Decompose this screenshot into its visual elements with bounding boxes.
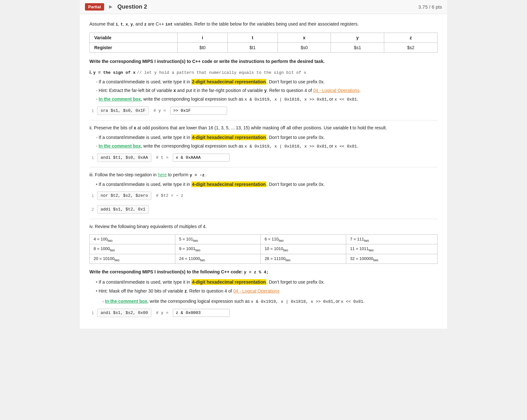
line-num-iv-1: 1: [89, 310, 94, 315]
link-logical-ops-i[interactable]: 04 - Logical Operations: [313, 88, 359, 93]
part-iv-example: x & 0x1919, x | 0x1818, x >> 0x81,: [251, 299, 336, 304]
int-keyword: int: [165, 22, 173, 27]
binary-cell-20: 20 = 10100two: [90, 254, 175, 264]
part-i-label: i. y = the sign of x // let y hold a pat…: [89, 69, 438, 76]
link-logical-ops-iv[interactable]: 04 - Logical Operations: [233, 288, 279, 294]
hash-ii-1: # t =: [156, 155, 168, 160]
in-comment-box-ii: In the comment box: [99, 143, 141, 149]
part-iv-sub-bullets: In the comment box, write the correspond…: [102, 298, 438, 305]
divider-iii: [89, 219, 438, 219]
col-i: i: [178, 33, 228, 42]
part-ii-example: x & 0x1919, x | 0x1818, x >> 0x81,: [245, 144, 329, 149]
part-i-code: y = the sign of x: [93, 70, 136, 75]
part-ii-label: ii. Preserve the bits of x at odd positi…: [89, 124, 438, 132]
cell-s2: $s2: [384, 42, 438, 52]
instruction-ii-1: andi $t1, $s0, 0xAA: [97, 153, 151, 162]
var-t: t: [120, 22, 123, 27]
binary-row-3: 20 = 10100two 24 = 11000two 28 = 11100tw…: [90, 254, 438, 264]
col-variable: Variable: [90, 33, 178, 42]
part-i-example2: x << 0x81: [334, 97, 357, 102]
instruction-iii-2: addi $s1, $t2, 0x1: [97, 205, 149, 214]
part-i-bullet-1: If a constant/immediate is used, write t…: [96, 78, 438, 85]
part-i-bullets: If a constant/immediate is used, write t…: [96, 78, 438, 103]
binary-cell-7: 7 = 111two: [346, 234, 438, 244]
binary-cell-8: 8 = 1000two: [90, 244, 175, 254]
instruction-iii-1: nor $t2, $s2, $zero: [97, 191, 151, 200]
write-instruction: Write the corresponding MIPS I instructi…: [89, 58, 438, 65]
table-row: Register $t0 $t1 $s0 $s1 $s2: [90, 42, 438, 52]
highlight-4digit-iii: 4-digit hexadecimal representation: [191, 181, 266, 187]
arrow-icon: ►: [108, 4, 114, 10]
comment-input-ii-1[interactable]: [173, 154, 230, 162]
col-x: x: [278, 33, 331, 42]
instruction-iv-1: andi $s1, $s2, 0x00: [97, 309, 151, 317]
var-z: z: [144, 22, 147, 27]
col-t: t: [227, 33, 278, 42]
line-num-iii-1: 1: [89, 193, 94, 198]
binary-cell-11: 11 = 1011two: [346, 244, 438, 254]
part-i-bullet-3: In the comment box, write the correspond…: [96, 95, 438, 103]
page-wrapper: Partial ► Question 2 3.75 / 6 pts Assume…: [80, 0, 447, 329]
part-iv-cpp-code: y = z % 4;: [244, 270, 269, 275]
in-comment-box-iv: In the comment box: [105, 299, 147, 304]
var-y: y: [130, 22, 133, 27]
binary-cell-28: 28 = 11100two: [261, 254, 346, 264]
part-iii-bullets: If a constant/immediate is used, write t…: [96, 181, 438, 188]
line-num-ii-1: 1: [89, 155, 94, 160]
divider-i: [89, 120, 438, 120]
question-title: Question 2: [118, 4, 147, 10]
part-iii-bullet-1: If a constant/immediate is used, write t…: [96, 181, 438, 188]
var-i: i: [116, 22, 118, 27]
highlight-4digit-iv: 4-digit hexadecimal representation: [191, 279, 266, 285]
part-i-example: x & 0x1919, x | 0x1818, x >> 0x81,: [245, 97, 329, 102]
part-iii-code-block-1: 1 nor $t2, $s2, $zero # $t2 = ~ z: [89, 191, 438, 200]
cell-register-label: Register: [90, 42, 178, 52]
binary-cell-9: 9 = 1001two: [175, 244, 261, 254]
divider-ii: [89, 167, 438, 167]
part-iii-code: y = -z: [190, 173, 205, 178]
part-iv-label: iv. Review the following binary equivale…: [89, 223, 438, 231]
part-i-bullet-2: Hint: Extract the far-left bit of variab…: [96, 87, 438, 94]
hash-i-1: # y =: [153, 108, 166, 113]
line-num-1: 1: [89, 108, 94, 113]
part-ii-example2: x << 0x81: [334, 144, 357, 149]
partial-badge: Partial: [85, 3, 104, 11]
binary-table: 4 = 100two 5 = 101two 6 = 110two 7 = 111…: [89, 234, 438, 264]
col-z: z: [384, 33, 438, 42]
highlight-4digit-ii: 4-digit hexadecimal representation: [191, 134, 266, 140]
line-num-iii-2: 2: [89, 207, 94, 212]
binary-cell-5: 5 = 101two: [175, 234, 261, 244]
part-iii-code-block-2: 2 addi $s1, $t2, 0x1: [89, 205, 438, 214]
cell-s1: $s1: [331, 42, 384, 52]
question-body: Assume that i, t, x, y, and z are C++ in…: [80, 14, 447, 329]
binary-cell-6: 6 = 110two: [261, 234, 346, 244]
hash-iii-1: # $t2 = ~ z: [156, 193, 183, 198]
binary-cell-10: 10 = 1010two: [261, 244, 346, 254]
part-iv-bullet-1: If a constant/immediate is used, write t…: [96, 279, 438, 286]
part-iv-write-label: Write the corresponding MIPS I instructi…: [89, 268, 438, 276]
part-iv-bullet-2: Hint: Mask off the higher 30 bits of var…: [96, 287, 438, 294]
part-ii-bullets: If a constant/immediate is used, write t…: [96, 134, 438, 150]
comment-input-i-1[interactable]: [170, 107, 227, 115]
cell-t1: $t1: [227, 42, 278, 52]
hash-iv-1: # y =: [156, 310, 168, 315]
part-ii-bullet-2: In the comment box, write the correspond…: [96, 142, 438, 150]
header-left: Partial ► Question 2: [85, 3, 147, 11]
comment-input-iv-1[interactable]: [173, 309, 230, 317]
binary-cell-32: 32 = 100000two: [346, 254, 438, 264]
instruction-i-1: sra $s1, $s0, 0x1F: [97, 106, 149, 115]
binary-cell-24: 24 = 11000two: [175, 254, 261, 264]
part-iii-label: iii. Follow the two-step negation in her…: [89, 171, 438, 179]
part-ii-code-block: 1 andi $t1, $s0, 0xAA # t =: [89, 153, 438, 162]
part-i-code-block: 1 sra $s1, $s0, 0x1F # y =: [89, 106, 438, 115]
link-here[interactable]: here: [158, 172, 167, 177]
part-i-comment: // let y hold a pattern that numerically…: [137, 70, 306, 75]
cell-t0: $t0: [178, 42, 228, 52]
binary-cell-4: 4 = 100two: [90, 234, 175, 244]
var-x: x: [126, 22, 128, 27]
question-score: 3.75 / 6 pts: [418, 4, 442, 10]
part-iv-bullets: If a constant/immediate is used, write t…: [96, 279, 438, 294]
question-header: Partial ► Question 2 3.75 / 6 pts: [80, 0, 447, 14]
col-y: y: [331, 33, 384, 42]
binary-row-1: 4 = 100two 5 = 101two 6 = 110two 7 = 111…: [90, 234, 438, 244]
